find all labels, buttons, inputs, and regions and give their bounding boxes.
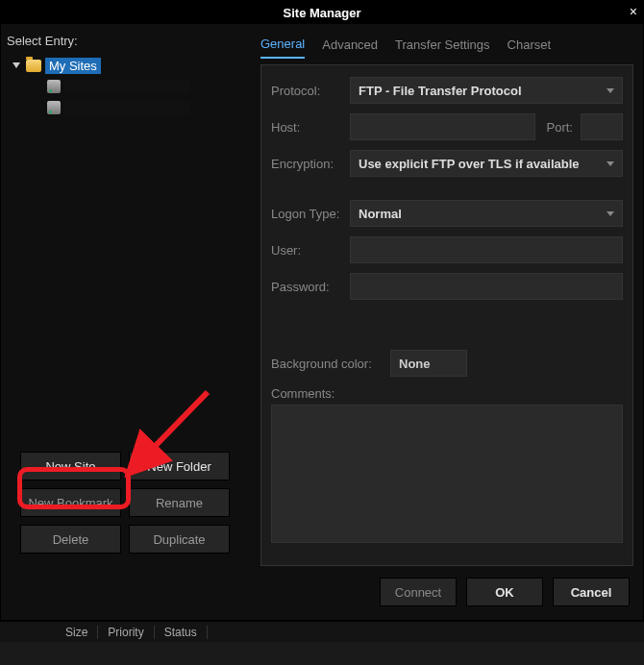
general-form: Protocol: FTP - File Transfer Protocol H… — [260, 64, 633, 566]
new-bookmark-button[interactable]: New Bookmark — [20, 488, 121, 517]
comments-label: Comments: — [271, 386, 334, 401]
protocol-select[interactable]: FTP - File Transfer Protocol — [350, 77, 623, 104]
chevron-down-icon — [607, 211, 614, 216]
ok-button[interactable]: OK — [466, 578, 543, 606]
tree-site-item[interactable] — [7, 77, 241, 96]
tree-root-label[interactable]: My Sites — [45, 58, 101, 74]
password-input[interactable] — [350, 273, 623, 300]
tab-transfer-settings[interactable]: Transfer Settings — [395, 37, 490, 58]
delete-button[interactable]: Delete — [20, 525, 121, 554]
tree-site-label-redacted — [64, 80, 189, 93]
status-col-size: Size — [56, 626, 98, 639]
comments-textarea[interactable] — [271, 405, 623, 543]
logon-type-label: Logon Type: — [271, 207, 342, 221]
protocol-value: FTP - File Transfer Protocol — [359, 84, 522, 98]
new-site-button[interactable]: New Site — [20, 452, 121, 480]
tree-site-label-redacted — [64, 101, 189, 114]
background-color-select[interactable]: None — [390, 350, 467, 377]
entry-button-grid: New Site New Folder New Bookmark Rename … — [7, 446, 241, 565]
right-panel: General Advanced Transfer Settings Chars… — [260, 34, 633, 566]
host-label: Host: — [271, 120, 342, 135]
user-input[interactable] — [350, 236, 623, 263]
tree-site-item[interactable] — [7, 98, 241, 117]
tree-root-row[interactable]: My Sites — [7, 56, 241, 75]
tab-general[interactable]: General — [260, 37, 305, 59]
duplicate-button[interactable]: Duplicate — [129, 525, 230, 554]
new-folder-button[interactable]: New Folder — [129, 452, 230, 480]
tab-charset[interactable]: Charset — [508, 37, 552, 58]
port-label: Port: — [547, 120, 573, 135]
select-entry-label: Select Entry: — [7, 34, 241, 48]
server-icon — [47, 80, 61, 93]
connect-button[interactable]: Connect — [380, 578, 457, 606]
host-input[interactable] — [350, 113, 535, 140]
background-color-value: None — [399, 357, 431, 371]
chevron-down-icon — [607, 161, 614, 166]
encryption-select[interactable]: Use explicit FTP over TLS if available — [350, 150, 623, 177]
status-col-priority: Priority — [98, 626, 154, 639]
site-manager-dialog: Site Manager × Select Entry: My Sites — [0, 0, 644, 621]
server-icon — [47, 101, 61, 114]
encryption-value: Use explicit FTP over TLS if available — [359, 157, 580, 171]
logon-type-value: Normal — [359, 207, 402, 221]
entry-tree[interactable]: My Sites — [7, 52, 241, 446]
encryption-label: Encryption: — [271, 157, 342, 171]
port-input[interactable] — [581, 113, 623, 140]
status-bar: Size Priority Status — [0, 621, 644, 642]
close-icon[interactable]: × — [630, 4, 637, 19]
status-col-status: Status — [155, 626, 208, 639]
window-title: Site Manager — [284, 6, 361, 20]
user-label: User: — [271, 243, 342, 258]
tab-bar: General Advanced Transfer Settings Chars… — [260, 36, 633, 61]
cancel-button[interactable]: Cancel — [553, 578, 630, 606]
titlebar: Site Manager × — [1, 1, 643, 24]
folder-icon — [26, 60, 41, 72]
tab-advanced[interactable]: Advanced — [322, 37, 378, 58]
chevron-down-icon — [607, 88, 614, 93]
rename-button[interactable]: Rename — [129, 488, 230, 517]
background-color-label: Background color: — [271, 357, 383, 371]
password-label: Password: — [271, 280, 342, 294]
chevron-down-icon[interactable] — [12, 62, 20, 68]
dialog-button-row: Connect OK Cancel — [1, 566, 643, 620]
logon-type-select[interactable]: Normal — [350, 200, 623, 227]
protocol-label: Protocol: — [271, 84, 342, 98]
left-panel: Select Entry: My Sites New Site — [1, 34, 241, 566]
